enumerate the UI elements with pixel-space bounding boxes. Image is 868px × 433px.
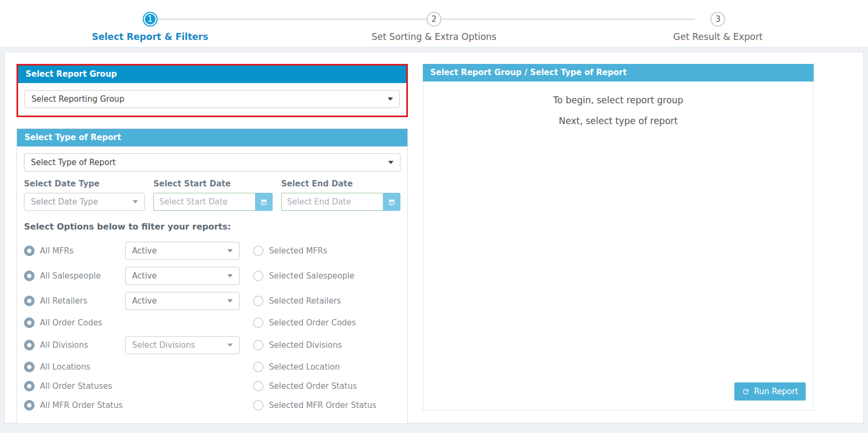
selected-order-codes-label: Selected Order Codes (269, 318, 356, 328)
chevron-down-icon (227, 274, 233, 277)
all-order-codes-radio[interactable]: All Order Codes (24, 317, 125, 328)
report-type-header: Select Type of Report (17, 129, 407, 146)
step-2-set-sorting-options[interactable]: 2 Set Sorting & Extra Options (292, 0, 576, 47)
mfrs-status-select[interactable]: Active (125, 242, 240, 260)
all-mfr-order-status-radio[interactable]: All MFR Order Status (24, 400, 125, 411)
preview-panel-body: To begin, select report group Next, sele… (423, 81, 814, 411)
start-date-input[interactable] (153, 193, 255, 211)
all-divisions-label: All Divisions (40, 340, 88, 350)
radio-selected-icon[interactable] (24, 381, 35, 391)
all-mfrs-label: All MFRs (40, 246, 73, 256)
report-builder-card: Select Report Group Select Reporting Gro… (4, 52, 864, 423)
chevron-down-icon (227, 249, 233, 252)
date-type-label: Select Date Type (24, 179, 145, 189)
radio-selected-icon[interactable] (24, 362, 35, 372)
radio-unselected-icon[interactable] (253, 271, 264, 281)
report-group-select-value: Select Reporting Group (31, 94, 124, 104)
filter-row-order-statuses: All Order Statuses Selected Order Status (24, 377, 400, 396)
radio-unselected-icon[interactable] (253, 317, 264, 328)
run-report-button[interactable]: Run Report (734, 382, 806, 401)
all-retailers-label: All Retailers (40, 296, 87, 306)
radio-unselected-icon[interactable] (253, 362, 264, 372)
radio-selected-icon[interactable] (24, 271, 35, 281)
step-2-circle[interactable]: 2 (427, 12, 441, 27)
report-group-select[interactable]: Select Reporting Group (24, 90, 400, 108)
step-3-circle[interactable]: 3 (710, 12, 725, 27)
start-date-calendar-button[interactable] (255, 193, 273, 211)
radio-unselected-icon[interactable] (253, 246, 264, 256)
hint-select-type-of-report: Next, select type of report (423, 116, 813, 126)
report-type-select-value: Select Type of Report (31, 158, 116, 167)
selected-mfr-order-status-label: Selected MFR Order Status (269, 401, 376, 410)
selected-order-status-label: Selected Order Status (269, 381, 357, 391)
radio-selected-icon[interactable] (24, 400, 35, 411)
filter-row-mfr-order-status: All MFR Order Status Selected MFR Order … (24, 396, 400, 415)
selected-retailers-radio[interactable]: Selected Retailers (253, 296, 400, 306)
all-retailers-radio[interactable]: All Retailers (24, 296, 125, 306)
selected-salespeople-label: Selected Salespeople (269, 271, 355, 281)
wizard-stepper: 1 Select Report & Filters 2 Set Sorting … (0, 0, 868, 47)
retailers-status-value: Active (132, 296, 157, 306)
step-3-get-result-export[interactable]: 3 Get Result & Export (576, 0, 860, 47)
selected-mfrs-radio[interactable]: Selected MFRs (253, 246, 400, 256)
divisions-select[interactable]: Select Divisions (125, 336, 240, 354)
preview-panel-header: Select Report Group / Select Type of Rep… (423, 64, 814, 81)
filter-row-order-codes: All Order Codes Selected Order Codes (24, 313, 400, 332)
report-type-section: Select Type of Report Select Type of Rep… (17, 128, 408, 424)
date-type-select-value: Select Date Type (31, 197, 98, 207)
chevron-down-icon (388, 161, 394, 164)
step-2-label: Set Sorting & Extra Options (372, 31, 496, 42)
all-locations-label: All Locations (40, 362, 91, 372)
step-1-select-report-filters[interactable]: 1 Select Report & Filters (8, 0, 292, 47)
selected-mfrs-label: Selected MFRs (269, 246, 327, 256)
step-3-label: Get Result & Export (673, 31, 763, 42)
all-salespeople-radio[interactable]: All Salespeople (24, 271, 125, 281)
radio-selected-icon[interactable] (24, 317, 35, 328)
radio-selected-icon[interactable] (24, 246, 35, 256)
salespeople-status-select[interactable]: Active (125, 267, 240, 285)
start-date-label: Select Start Date (153, 179, 273, 189)
all-locations-radio[interactable]: All Locations (24, 362, 125, 372)
report-group-header: Select Report Group (18, 66, 406, 83)
selected-salespeople-radio[interactable]: Selected Salespeople (253, 271, 400, 281)
selected-mfr-order-status-radio[interactable]: Selected MFR Order Status (253, 400, 400, 411)
all-divisions-radio[interactable]: All Divisions (24, 340, 125, 350)
filters-column: Select Report Group Select Reporting Gro… (17, 64, 408, 411)
step-1-circle[interactable]: 1 (143, 12, 158, 27)
refresh-icon (742, 388, 750, 396)
end-date-calendar-button[interactable] (383, 193, 400, 211)
selected-divisions-label: Selected Divisions (269, 340, 342, 350)
radio-selected-icon[interactable] (24, 340, 35, 350)
chevron-down-icon (133, 200, 138, 203)
report-type-select[interactable]: Select Type of Report (24, 153, 400, 171)
all-order-codes-label: All Order Codes (40, 318, 102, 328)
radio-unselected-icon[interactable] (253, 340, 264, 350)
radio-unselected-icon[interactable] (253, 296, 264, 306)
selected-location-radio[interactable]: Selected Location (253, 362, 400, 372)
all-mfrs-radio[interactable]: All MFRs (24, 246, 125, 256)
filter-options-label: Select Options below to filter your repo… (24, 222, 400, 232)
end-date-group (281, 193, 400, 211)
selected-order-status-radio[interactable]: Selected Order Status (253, 381, 400, 391)
filter-row-salespeople: All Salespeople Active Selected Salespeo… (24, 263, 400, 288)
selected-order-codes-radio[interactable]: Selected Order Codes (253, 317, 400, 328)
all-mfr-order-status-label: All MFR Order Status (40, 401, 122, 410)
radio-unselected-icon[interactable] (253, 381, 264, 391)
all-order-statuses-label: All Order Statuses (40, 381, 112, 391)
chevron-down-icon (388, 97, 393, 101)
start-date-group (153, 193, 273, 211)
divisions-select-value: Select Divisions (132, 340, 195, 350)
all-order-statuses-radio[interactable]: All Order Statuses (24, 381, 125, 391)
date-type-select[interactable]: Select Date Type (24, 193, 145, 211)
selected-divisions-radio[interactable]: Selected Divisions (253, 340, 400, 350)
selected-location-label: Selected Location (269, 362, 340, 372)
run-report-label: Run Report (754, 387, 798, 396)
radio-unselected-icon[interactable] (253, 400, 264, 411)
salespeople-status-value: Active (132, 271, 157, 281)
step-1-label: Select Report & Filters (92, 31, 208, 42)
end-date-input[interactable] (281, 193, 383, 211)
preview-column: Select Report Group / Select Type of Rep… (423, 64, 814, 411)
radio-selected-icon[interactable] (24, 296, 35, 306)
chevron-down-icon (227, 299, 233, 303)
retailers-status-select[interactable]: Active (125, 292, 240, 310)
